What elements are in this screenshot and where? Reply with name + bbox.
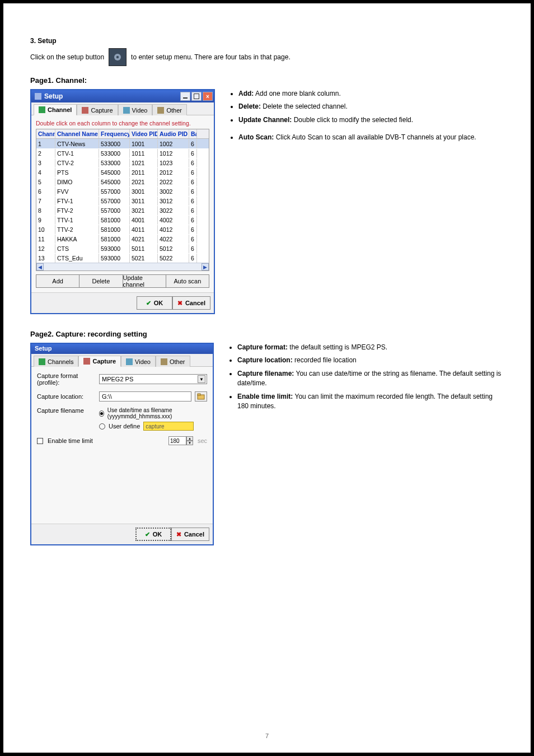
col-ba[interactable]: Ba <box>189 129 197 138</box>
radio-user-define[interactable] <box>99 423 105 430</box>
scroll-right-button[interactable]: ▶ <box>202 263 209 270</box>
cell: 3022 <box>158 206 189 215</box>
capture-format-select[interactable]: MPEG2 PS ▼ <box>99 374 207 384</box>
cell: 1002 <box>158 139 189 148</box>
table-row[interactable]: 12CTS593000501150126 <box>36 244 209 253</box>
col-frequency[interactable]: Frequency <box>99 129 130 138</box>
dialog-footer: ✔OK ✖Cancel <box>31 524 213 544</box>
cell: 2012 <box>158 168 189 177</box>
table-row[interactable]: 9TTV-1581000400140026 <box>36 215 209 225</box>
cell: 4011 <box>130 225 158 234</box>
cell: CTS_Edu <box>55 254 99 263</box>
close-button[interactable]: × <box>203 92 213 101</box>
table-row[interactable]: 7FTV-1557000301130126 <box>36 196 209 206</box>
add-button[interactable]: Add <box>36 274 79 288</box>
tab-channel[interactable]: Channel <box>34 104 77 115</box>
capture-location-input[interactable]: G:\\ <box>99 391 191 402</box>
cell: CTV-News <box>55 139 99 148</box>
table-row[interactable]: 2CTV-1533000101110126 <box>36 148 209 158</box>
tab-channels[interactable]: Channels <box>34 356 78 367</box>
tab-capture[interactable]: Capture <box>77 104 118 115</box>
spin-up-button[interactable]: ▲ <box>186 436 193 441</box>
table-row[interactable]: 13CTS_Edu593000502150226 <box>36 253 209 263</box>
col-video-pid[interactable]: Video PID <box>130 129 158 138</box>
cell: 6 <box>189 158 197 167</box>
tab-label: Capture <box>92 358 116 365</box>
cell: 1012 <box>158 149 189 158</box>
table-row[interactable]: 5DIMO545000202120226 <box>36 177 209 186</box>
horizontal-scrollbar[interactable]: ◀ ▶ <box>36 263 209 270</box>
tab-capture[interactable]: Capture <box>78 356 121 367</box>
tab-label: Channel <box>48 106 72 113</box>
cell: 593000 <box>99 254 130 263</box>
table-row[interactable]: 6FVV557000300130026 <box>36 186 209 196</box>
bullet-item: Delete: Delete the selected channel. <box>238 102 504 111</box>
cell: 5012 <box>158 244 189 253</box>
maximize-button[interactable] <box>191 92 202 101</box>
channel-table[interactable]: Channel Channel Name Frequency Video PID… <box>36 129 209 271</box>
ok-button[interactable]: ✔OK <box>135 528 171 541</box>
cell: 1 <box>36 139 55 148</box>
cancel-button[interactable]: ✖Cancel <box>172 296 210 310</box>
cell: 533000 <box>99 158 130 167</box>
cell: 533000 <box>99 149 130 158</box>
titlebar[interactable]: Setup × <box>31 90 214 102</box>
radio-datetime[interactable] <box>99 410 104 417</box>
cell: 545000 <box>99 178 130 186</box>
user-define-filename-input[interactable]: capture <box>143 422 194 431</box>
input-value: G:\\ <box>102 393 112 400</box>
time-limit-input[interactable] <box>168 436 186 445</box>
check-icon: ✔ <box>146 300 151 307</box>
cell: 557000 <box>99 187 130 196</box>
tab-label: Other <box>166 107 182 114</box>
cell: 5021 <box>130 254 158 263</box>
cell: 2 <box>36 149 55 158</box>
capture-section-title: Page2. Capture: recording setting <box>30 330 504 338</box>
cell: 4022 <box>158 235 189 244</box>
table-row[interactable]: 4PTS545000201120126 <box>36 167 209 177</box>
tabs: Channel Capture Video Other <box>31 102 214 115</box>
delete-button[interactable]: Delete <box>79 274 123 288</box>
cell: 6 <box>189 254 197 263</box>
tab-video[interactable]: Video <box>118 104 153 115</box>
ok-button[interactable]: ✔OK <box>137 296 172 310</box>
minimize-button[interactable] <box>180 92 190 101</box>
table-row[interactable]: 3CTV-2533000102110236 <box>36 158 209 167</box>
cell: 6 <box>189 244 197 253</box>
cell: FVV <box>55 187 99 196</box>
tab-other[interactable]: Other <box>156 356 190 367</box>
cell: FTV-1 <box>55 197 99 206</box>
browse-button[interactable] <box>195 391 207 402</box>
col-name[interactable]: Channel Name <box>55 129 99 138</box>
col-audio-pid[interactable]: Audio PID <box>158 129 189 138</box>
table-row[interactable]: 10TTV-2581000401140126 <box>36 225 209 234</box>
table-header: Channel Channel Name Frequency Video PID… <box>36 129 209 139</box>
cell: 4012 <box>158 225 189 234</box>
cancel-label: Cancel <box>185 300 205 306</box>
table-row[interactable]: 11HAKKA581000402140226 <box>36 234 209 244</box>
x-icon: ✖ <box>176 531 181 538</box>
scroll-left-button[interactable]: ◀ <box>36 263 44 270</box>
cell: 4021 <box>130 235 158 244</box>
spin-down-button[interactable]: ▼ <box>186 441 193 445</box>
channel-icon <box>39 106 45 113</box>
table-row[interactable]: 1CTV-News533000100110026 <box>36 139 209 148</box>
tab-video[interactable]: Video <box>121 356 156 367</box>
chevron-down-icon[interactable]: ▼ <box>198 375 205 383</box>
auto-scan-button[interactable]: Auto scan <box>166 274 209 288</box>
enable-time-limit-checkbox[interactable] <box>37 438 43 444</box>
dialog-footer: ✔OK ✖Cancel <box>31 292 214 313</box>
page-number: 7 <box>3 732 531 739</box>
time-limit-spinner[interactable]: ▲ ▼ <box>168 436 193 445</box>
cell: 581000 <box>99 225 130 234</box>
update-channel-button[interactable]: Update channel <box>123 274 166 288</box>
cell: 5022 <box>158 254 189 263</box>
window-title[interactable]: Setup <box>31 344 213 354</box>
cell: 7 <box>36 197 55 206</box>
tab-other[interactable]: Other <box>152 104 187 115</box>
cell: 6 <box>189 187 197 196</box>
bullet-item: Capture filename: You can use date/time … <box>237 369 504 389</box>
col-channel[interactable]: Channel <box>36 129 55 138</box>
table-row[interactable]: 8FTV-2557000302130226 <box>36 206 209 215</box>
cancel-button[interactable]: ✖Cancel <box>171 528 209 541</box>
